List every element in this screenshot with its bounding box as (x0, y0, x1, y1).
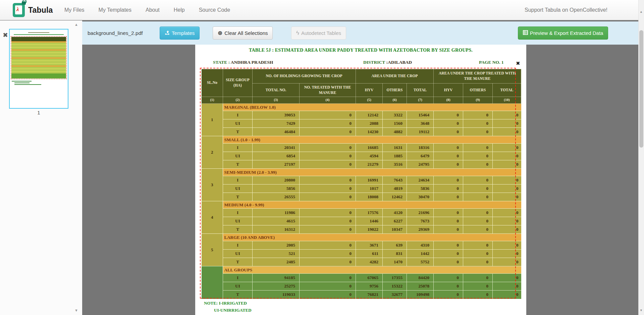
autodetect-tables-button[interactable]: ϟ Autodetect Tables (291, 27, 346, 40)
district-field: DISTRICT :ADILABAD (363, 60, 412, 65)
document-title: TABLE 5J : ESTIMATED AREA UNDER PADDY TR… (195, 48, 526, 53)
nav-item-my-files[interactable]: My Files (64, 7, 85, 13)
clear-all-selections-button[interactable]: ⊗ Clear All Selections (213, 27, 273, 40)
clear-button-label: Clear All Selections (224, 27, 268, 39)
page-no-field: PAGE NO. 1 (479, 60, 504, 65)
pdf-canvas[interactable]: TABLE 5J : ESTIMATED AREA UNDER PADDY TR… (82, 45, 638, 315)
scrollbar-down-icon[interactable]: ▼ (640, 309, 643, 312)
lightning-icon: ϟ (296, 27, 299, 39)
templates-button-label: Templates (172, 27, 195, 39)
autodetect-button-label: Autodetect Tables (301, 27, 341, 39)
page-no-label: PAGE NO. 1 (479, 60, 504, 65)
preview-export-button[interactable]: Preview & Export Extracted Data (518, 27, 608, 40)
clear-circle-x-icon: ⊗ (218, 27, 222, 39)
nav-item-help[interactable]: Help (174, 7, 185, 13)
state-field: STATE : ANDHRA PRADESH (213, 60, 273, 65)
district-value: :ADILABAD (385, 60, 412, 65)
selection-close-icon[interactable]: ✖ (516, 60, 520, 66)
brand[interactable]: λ Tabula (13, 3, 53, 17)
support-link[interactable]: Support Tabula on OpenCollective! (525, 0, 607, 20)
nav-menu: My Files My Templates About Help Source … (64, 0, 230, 20)
thumb-note-line (12, 81, 32, 82)
scrollbar-up-icon[interactable]: ▲ (640, 10, 643, 13)
thumb-note-line (14, 84, 41, 85)
nav-item-my-templates[interactable]: My Templates (99, 7, 131, 13)
state-label: STATE : (213, 60, 230, 65)
thumb-note-line (14, 83, 30, 83)
thumb-title-line (28, 32, 49, 33)
district-label: DISTRICT (363, 60, 385, 65)
tabula-logo-icon: λ (13, 3, 25, 17)
templates-button[interactable]: Templates (160, 27, 200, 40)
nav-item-about[interactable]: About (146, 7, 160, 13)
brand-name: Tabula (28, 6, 53, 15)
nav-item-source-code[interactable]: Source Code (199, 7, 230, 13)
lock-icon (22, 1, 26, 5)
scrollbar-thumb[interactable] (639, 30, 643, 148)
templates-import-icon (165, 27, 170, 39)
export-button-label: Preview & Export Extracted Data (530, 27, 603, 39)
table-selection-box[interactable] (200, 68, 516, 299)
document-filename: background_lines_2.pdf (88, 21, 143, 45)
sidebar-scroll-down-icon[interactable]: ▼ (74, 308, 78, 312)
top-navbar: λ Tabula My Files My Templates About Hel… (0, 0, 644, 20)
state-value: ANDHRA PRADESH (230, 60, 273, 65)
main-scrollbar[interactable]: ▲ ▼ (638, 0, 644, 315)
note-line-1: NOTE: I-IRRIGATED (204, 301, 247, 306)
table-grid-icon (523, 27, 528, 39)
sidebar-scroll-up-icon[interactable]: ▲ (74, 22, 78, 27)
toolbar: background_lines_2.pdf Templates ⊗ Clear… (82, 21, 644, 45)
thumbnail-page-number: 1 (9, 110, 68, 115)
thumb-selection-outline (11, 36, 67, 79)
remove-page-icon[interactable]: ✖ (3, 31, 8, 39)
thumb-subtitle-line (14, 34, 64, 35)
page-sidebar: ✖ 1 ▲ ▼ (0, 20, 82, 315)
page-thumbnail[interactable] (9, 29, 68, 109)
note-line-2: UI-UNIRRIGATED (214, 308, 252, 313)
